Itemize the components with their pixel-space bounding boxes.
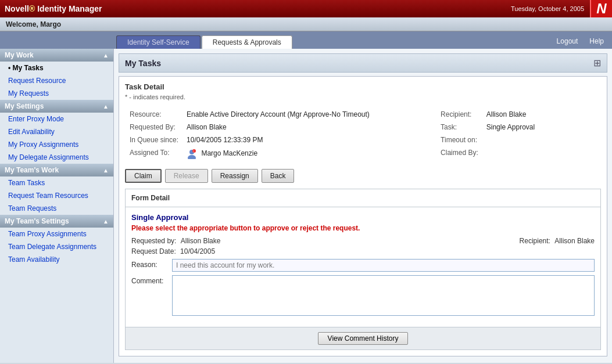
sidebar-section-my-settings[interactable]: My Settings ▲: [0, 100, 113, 113]
sidebar-item-request-resource[interactable]: Request Resource: [0, 74, 113, 87]
timeout-label: Timeout on:: [423, 134, 482, 146]
assigned-to-label: Assigned To:: [126, 147, 182, 161]
svg-point-1: [188, 155, 196, 159]
request-date-label: Request Date:: [131, 247, 176, 255]
recipient-value: Allison Blake: [483, 109, 600, 120]
collapse-arrow-teams-settings: ▲: [103, 218, 109, 225]
sidebar-item-team-delegate-assignments[interactable]: Team Delegate Assignments: [0, 240, 113, 253]
section-title: Task Detail: [125, 82, 601, 91]
back-button[interactable]: Back: [262, 169, 295, 183]
logout-link[interactable]: Logout: [557, 37, 578, 45]
sidebar-section-my-teams-work[interactable]: My Team's Work ▲: [0, 164, 113, 176]
sidebar-item-team-availability[interactable]: Team Availability: [0, 253, 113, 266]
novell-n-logo: N: [590, 0, 612, 17]
view-comment-history-button[interactable]: View Comment History: [318, 332, 409, 345]
sidebar-item-team-proxy-assignments[interactable]: Team Proxy Assignments: [0, 228, 113, 240]
recipient-label: Recipient:: [423, 109, 482, 120]
n-letter: N: [596, 1, 606, 17]
sidebar-item-request-team-resources[interactable]: Request Team Resources: [0, 189, 113, 202]
comment-input-container: [172, 275, 595, 318]
task-value: Single Approval: [483, 121, 600, 133]
request-date-row: Request Date: 10/04/2005: [131, 247, 595, 255]
required-note: * - indicates required.: [125, 93, 601, 100]
timeout-value: [483, 134, 600, 146]
sidebar-item-team-requests[interactable]: Team Requests: [0, 202, 113, 215]
claimed-by-label: Claimed By:: [423, 147, 482, 161]
in-queue-value: 10/04/2005 12:33:39 PM: [183, 134, 422, 146]
single-approval-title: Single Approval: [131, 213, 595, 222]
comment-row: Comment:: [131, 275, 595, 318]
form-meta-row: Requested by: Allison Blake Recipient: A…: [131, 237, 595, 245]
welcome-text: Welcome, Margo: [6, 20, 61, 28]
form-detail-body: Single Approval Please select the approp…: [126, 207, 600, 327]
form-requested-by-label: Requested by:: [131, 237, 176, 245]
form-detail-header: Form Detail: [126, 189, 600, 207]
tab-requests-approvals[interactable]: Requests & Approvals: [202, 35, 292, 49]
assigned-to-value: ! Margo MacKenzie: [183, 147, 422, 161]
collapse-arrow-settings: ▲: [103, 103, 109, 110]
user-avatar-icon: !: [187, 149, 197, 159]
form-meta-right: Recipient: Allison Blake: [520, 237, 595, 245]
reason-label: Reason:: [131, 259, 172, 269]
form-detail-title: Form Detail: [131, 194, 170, 202]
tab-identity-self-service[interactable]: Identity Self-Service: [116, 35, 201, 49]
sidebar-item-my-requests[interactable]: My Requests: [0, 87, 113, 100]
sidebar-item-edit-availability[interactable]: Edit Availability: [0, 125, 113, 138]
task-detail-section: Task Detail * - indicates required. Reso…: [125, 82, 601, 183]
reason-input-container: [172, 259, 595, 272]
task-label: Task:: [423, 121, 482, 133]
sidebar-section-my-work[interactable]: My Work ▲: [0, 49, 113, 62]
collapse-arrow-teams-work: ▲: [103, 167, 109, 174]
comment-textarea[interactable]: [172, 275, 595, 316]
form-detail-section: Form Detail Single Approval Please selec…: [125, 189, 601, 350]
form-requested-by-value: Allison Blake: [181, 237, 221, 245]
request-date-value: 10/04/2005: [180, 247, 215, 255]
grid-icon[interactable]: ⊞: [593, 57, 601, 69]
requested-by-label: Requested By:: [126, 121, 182, 133]
sidebar-item-my-proxy-assignments[interactable]: My Proxy Assignments: [0, 138, 113, 151]
svg-text:!: !: [193, 150, 194, 153]
resource-label: Resource:: [126, 109, 182, 120]
comment-label: Comment:: [131, 275, 172, 285]
detail-fields-table: Resource: Enable Active Directory Accoun…: [125, 107, 601, 162]
sidebar-item-team-tasks[interactable]: Team Tasks: [0, 176, 113, 189]
sidebar-section-my-teams-settings[interactable]: My Team's Settings ▲: [0, 215, 113, 228]
form-recipient-value: Allison Blake: [554, 237, 595, 245]
reason-row: Reason:: [131, 259, 595, 272]
reason-input[interactable]: [172, 259, 595, 272]
reassign-button[interactable]: Reassign: [212, 169, 258, 183]
in-queue-label: In Queue since:: [126, 134, 182, 146]
form-meta-left: Requested by: Allison Blake: [131, 237, 220, 245]
resource-value: Enable Active Directory Account (Mgr App…: [183, 109, 422, 120]
form-recipient-label: Recipient:: [520, 237, 550, 245]
collapse-arrow: ▲: [103, 52, 109, 59]
action-buttons: Claim Release Reassign Back: [125, 169, 601, 183]
sidebar-item-my-delegate-assignments[interactable]: My Delegate Assignments: [0, 151, 113, 164]
logo-text: Novell® Identity Manager: [5, 4, 102, 13]
claim-button[interactable]: Claim: [125, 169, 162, 183]
requested-by-value: Allison Blake: [183, 121, 422, 133]
help-link[interactable]: Help: [589, 37, 604, 45]
sidebar-item-my-tasks[interactable]: My Tasks: [0, 62, 113, 74]
claimed-by-value: [483, 147, 600, 161]
approval-prompt: Please select the appropriate button to …: [131, 224, 595, 232]
header-date: Tuesday, October 4, 2005: [511, 5, 584, 12]
sidebar-item-enter-proxy-mode[interactable]: Enter Proxy Mode: [0, 113, 113, 125]
page-title: My Tasks: [125, 59, 161, 68]
release-button[interactable]: Release: [165, 169, 208, 183]
form-bottom-bar: View Comment History: [126, 327, 600, 349]
